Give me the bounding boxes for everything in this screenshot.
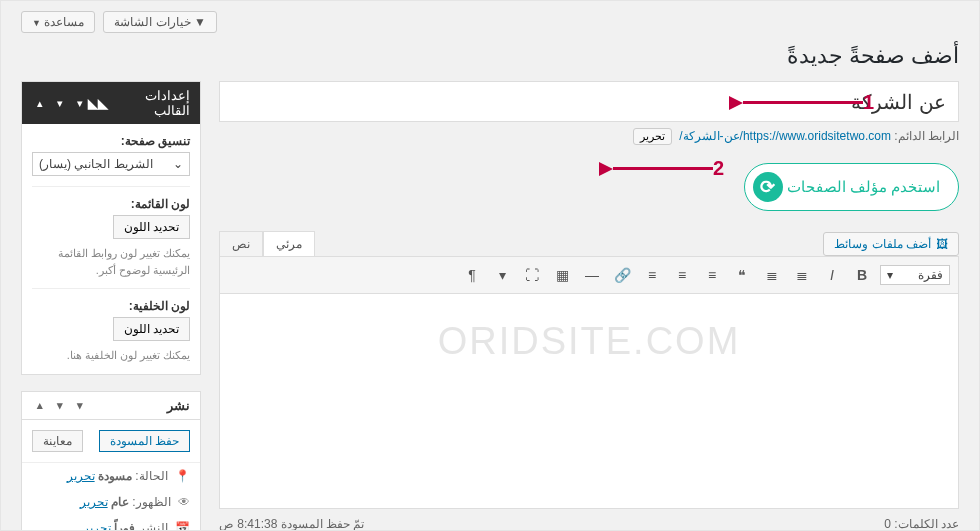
edit-slug-button[interactable]: تحرير — [633, 128, 672, 145]
menu-color-hint: يمكنك تغيير لون روابط القائمة الرئيسية ل… — [32, 245, 190, 278]
permalink-base[interactable]: https://www.oridsitetwo.com — [743, 129, 891, 143]
editor-toolbar: ¶ ▾ ⛶ ▦ ― 🔗 ≡ ≡ ≡ ❝ ≣ ≣ I B ▾فقرة — [219, 256, 959, 294]
pin-icon: 📍 — [175, 469, 190, 483]
toolbar-bold-icon[interactable]: B — [850, 263, 874, 287]
visibility-line: 👁 الظهور: عام تحرير — [22, 489, 200, 515]
watermark: ORIDSITE.COM — [220, 320, 958, 363]
toolbar-align-left-icon[interactable]: ≡ — [700, 263, 724, 287]
page-format-select[interactable]: ⌄ الشريط الجانبي (يسار) — [32, 152, 190, 176]
add-media-button[interactable]: 🖼 أضف ملفات وسائط — [823, 232, 959, 256]
theme-panel-logo-icon: ◣◣ — [88, 96, 108, 111]
toolbar-italic-icon[interactable]: I — [820, 263, 844, 287]
permalink-slug[interactable]: /عن-الشركة/ — [679, 129, 743, 143]
tab-text[interactable]: نص — [219, 231, 263, 256]
schedule-line: 📅 النشر فوراً تحرير — [22, 515, 200, 532]
panel-toggle-collapse-icon[interactable]: ▾ — [72, 97, 88, 110]
panel-toggle-up-icon[interactable]: ▴ — [32, 97, 48, 110]
autosave-status: تمّ حفظ المسودة 8:41:38 ص — [219, 517, 364, 531]
panel-toggle-down-icon[interactable]: ▾ — [52, 399, 68, 412]
paragraph-select[interactable]: ▾فقرة — [880, 265, 950, 285]
toolbar-hr-icon[interactable]: ― — [580, 263, 604, 287]
theme-settings-panel: إعدادات القالب ◣◣ ▴▾▾ تنسيق صفحة: ⌄ الشر… — [21, 81, 201, 375]
publish-panel: نشر ▴▾▾ حفظ المسودة معاينة 📍 الحالة: مسو… — [21, 391, 201, 532]
publish-panel-title: نشر — [167, 398, 190, 413]
composer-icon: ⟳ — [753, 172, 783, 202]
toolbar-align-right-icon[interactable]: ≡ — [640, 263, 664, 287]
toolbar-chevron-icon[interactable]: ▾ — [490, 263, 514, 287]
panel-toggle-collapse-icon[interactable]: ▾ — [72, 399, 88, 412]
calendar-icon: 📅 — [175, 521, 190, 532]
edit-schedule-link[interactable]: تحرير — [83, 521, 111, 532]
toolbar-ul-icon[interactable]: ≣ — [790, 263, 814, 287]
toolbar-align-center-icon[interactable]: ≡ — [670, 263, 694, 287]
save-draft-button[interactable]: حفظ المسودة — [99, 430, 190, 452]
toolbar-quote-icon[interactable]: ❝ — [730, 263, 754, 287]
toolbar-ol-icon[interactable]: ≣ — [760, 263, 784, 287]
toolbar-grid-icon[interactable]: ▦ — [550, 263, 574, 287]
page-title: أضف صفحةً جديدةً — [21, 43, 959, 69]
menu-color-label: لون القائمة: — [32, 197, 190, 211]
annotation-2: 2 — [713, 157, 724, 180]
help-button[interactable]: ▼ مساعدة — [21, 11, 95, 33]
page-title-input[interactable] — [219, 81, 959, 122]
eye-icon: 👁 — [178, 495, 190, 509]
wordcount: عدد الكلمات: 0 — [884, 517, 959, 531]
tab-visual[interactable]: مرئي — [263, 231, 315, 256]
theme-panel-title: إعدادات القالب — [108, 88, 190, 118]
edit-visibility-link[interactable]: تحرير — [80, 495, 108, 509]
menu-color-button[interactable]: تحديد اللون — [113, 215, 190, 239]
use-page-composer-button[interactable]: استخدم مؤلف الصفحات ⟳ — [744, 163, 959, 211]
edit-status-link[interactable]: تحرير — [67, 469, 95, 483]
panel-toggle-up-icon[interactable]: ▴ — [32, 399, 48, 412]
toolbar-fullscreen-icon[interactable]: ⛶ — [520, 263, 544, 287]
status-line: 📍 الحالة: مسودة تحرير — [22, 463, 200, 489]
preview-button[interactable]: معاينة — [32, 430, 83, 452]
toolbar-pilcrow-icon[interactable]: ¶ — [460, 263, 484, 287]
media-icon: 🖼 — [936, 237, 948, 251]
bg-color-label: لون الخلفية: — [32, 299, 190, 313]
toolbar-link-icon[interactable]: 🔗 — [610, 263, 634, 287]
screen-options-button[interactable]: خيارات الشاشة ▼ — [103, 11, 217, 33]
bg-color-button[interactable]: تحديد اللون — [113, 317, 190, 341]
page-format-label: تنسيق صفحة: — [32, 134, 190, 148]
permalink-row: الرابط الدائم: https://www.oridsitetwo.c… — [219, 128, 959, 145]
editor-content[interactable]: ORIDSITE.COM — [219, 294, 959, 509]
bg-color-hint: يمكنك تغيير لون الخلفية هنا. — [32, 347, 190, 364]
chevron-down-icon: ⌄ — [173, 157, 183, 171]
panel-toggle-down-icon[interactable]: ▾ — [52, 97, 68, 110]
